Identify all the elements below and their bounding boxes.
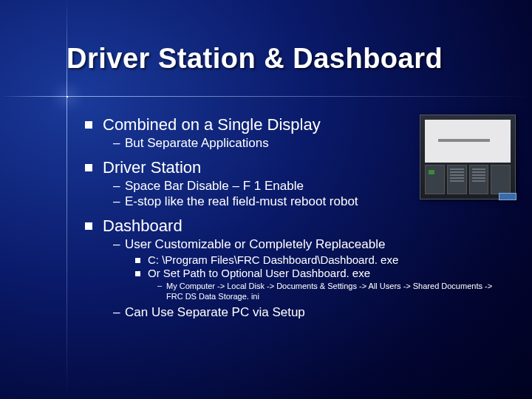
dash-bullet-icon: – xyxy=(113,237,120,252)
bullet-level1: Driver Station xyxy=(85,158,510,177)
bullet-text: C: \Program Files\FRC Dashboard\Dashboar… xyxy=(148,253,398,266)
square-bullet-small-icon xyxy=(135,271,140,276)
bullet-text: But Separate Applications xyxy=(125,136,269,151)
bullet-level2: – But Separate Applications xyxy=(113,136,510,151)
bullet-level2: – Space Bar Disable – F 1 Enable xyxy=(113,179,510,194)
bullet-text: Combined on a Single Display xyxy=(103,115,321,134)
bullet-level1: Combined on a Single Display xyxy=(85,115,510,134)
bullet-level3: Or Set Path to Optional User Dashboard. … xyxy=(135,267,510,279)
bullet-text: E-stop like the real field-must reboot r… xyxy=(125,194,358,209)
slide-body: Combined on a Single Display – But Separ… xyxy=(85,111,510,327)
bullet-level2: – E-stop like the real field-must reboot… xyxy=(113,194,510,209)
lens-flare-icon xyxy=(66,96,68,98)
square-bullet-small-icon xyxy=(135,258,140,263)
bullet-text: My Computer -> Local Disk -> Documents &… xyxy=(166,281,510,302)
dash-bullet-icon: – xyxy=(113,305,120,320)
bullet-text: Can Use Separate PC via Setup xyxy=(125,305,305,320)
decorative-line-horizontal xyxy=(0,96,532,97)
dash-bullet-small-icon: – xyxy=(157,281,163,290)
bullet-level2: – User Customizable or Completely Replac… xyxy=(113,237,510,252)
dash-bullet-icon: – xyxy=(113,136,120,151)
bullet-text: User Customizable or Completely Replacea… xyxy=(125,237,385,252)
bullet-text: Space Bar Disable – F 1 Enable xyxy=(125,179,304,194)
dash-bullet-icon: – xyxy=(113,194,120,209)
bullet-text: Or Set Path to Optional User Dashboard. … xyxy=(148,267,370,279)
bullet-level1: Dashboard xyxy=(85,216,510,236)
bullet-level2: – Can Use Separate PC via Setup xyxy=(113,305,510,320)
slide-title: Driver Station & Dashboard xyxy=(66,43,443,75)
square-bullet-icon xyxy=(85,164,92,171)
bullet-text: Driver Station xyxy=(103,158,201,177)
square-bullet-icon xyxy=(85,222,92,230)
dash-bullet-icon: – xyxy=(113,179,120,194)
bullet-level3: C: \Program Files\FRC Dashboard\Dashboar… xyxy=(135,253,510,266)
bullet-level4: – My Computer -> Local Disk -> Documents… xyxy=(157,281,510,302)
bullet-text: Dashboard xyxy=(103,216,183,236)
square-bullet-icon xyxy=(85,121,92,129)
